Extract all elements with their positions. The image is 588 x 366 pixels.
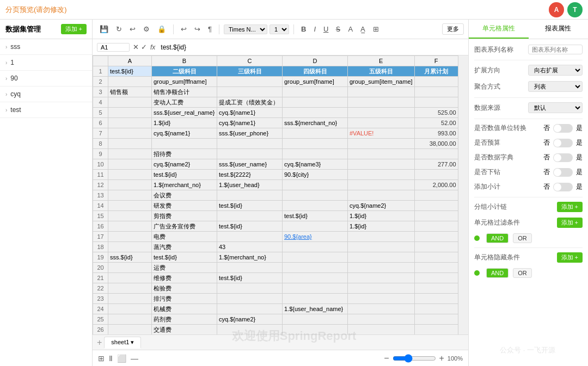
grid-cell[interactable]: 机械费 — [152, 304, 217, 314]
grid-cell[interactable] — [217, 294, 283, 304]
grid-cell[interactable] — [348, 87, 415, 97]
grid-cell[interactable]: 二级科目 — [152, 66, 217, 77]
grid-cell[interactable]: test.${id} — [217, 273, 283, 283]
grid-cell[interactable] — [283, 108, 348, 118]
grid-cell[interactable] — [348, 108, 415, 118]
subtotal-switch[interactable] — [553, 183, 573, 191]
grid-cell[interactable]: group_sum[fname] — [283, 77, 348, 87]
grid-cell[interactable]: 1.${merchant_no} — [217, 252, 283, 263]
grid-cell[interactable] — [108, 159, 152, 170]
budget-switch[interactable] — [553, 139, 573, 147]
grid-cell[interactable]: cyq.${name2} — [348, 201, 415, 211]
data-source-select[interactable]: 默认 — [528, 102, 583, 113]
grid-cell[interactable]: test.${id} — [283, 211, 348, 221]
grid-cell[interactable] — [283, 325, 348, 335]
grid-cell[interactable] — [348, 283, 415, 294]
col-header-c[interactable]: C — [217, 56, 283, 66]
grid-cell[interactable]: cyq.${name1} — [217, 118, 283, 128]
sidebar-item-test[interactable]: › test — [0, 102, 92, 118]
grid-cell[interactable] — [414, 314, 458, 325]
sidebar-item-1[interactable]: › 1 — [0, 55, 92, 71]
avatar-t[interactable]: T — [567, 2, 583, 17]
grid-cell[interactable] — [283, 139, 348, 149]
grid-cell[interactable] — [108, 77, 152, 87]
grid-cell[interactable] — [414, 263, 458, 273]
grid-cell[interactable] — [348, 118, 415, 128]
cell-ref-input[interactable] — [97, 43, 130, 52]
grid-cell[interactable]: 1.${id} — [348, 221, 415, 232]
grid-cell[interactable]: 排污费 — [152, 294, 217, 304]
avatar-a[interactable]: A — [549, 2, 564, 17]
grid-cell[interactable] — [414, 170, 458, 180]
tab-report-properties[interactable]: 报表属性 — [529, 20, 589, 39]
grid-cell[interactable] — [108, 263, 152, 273]
grid-cell[interactable]: 1.${id} — [348, 211, 415, 221]
grid-cell[interactable] — [283, 201, 348, 211]
grid-cell[interactable] — [283, 87, 348, 97]
col-header-b[interactable]: B — [152, 56, 217, 66]
grid-cell[interactable]: 52.00 — [414, 118, 458, 128]
grid-cell[interactable]: 90.${area} — [283, 232, 348, 242]
expand-dir-select[interactable]: 向右扩展 — [528, 65, 583, 76]
grid-cell[interactable] — [414, 190, 458, 201]
grid-cell[interactable]: group_sum[fffname] — [152, 77, 217, 87]
cell-filter-or-button[interactable]: OR — [513, 233, 532, 243]
grid-cell[interactable] — [283, 263, 348, 273]
grid-cell[interactable]: 运费 — [152, 263, 217, 273]
grid-cell[interactable]: 交通费 — [152, 325, 217, 335]
grid-cell[interactable] — [414, 325, 458, 335]
redo-button[interactable]: ↪ — [192, 23, 203, 35]
grid-cell[interactable]: 药剂费 — [152, 314, 217, 325]
grid-cell[interactable] — [108, 304, 152, 314]
grid-cell[interactable] — [108, 314, 152, 325]
grid-cell[interactable]: 广告业务宣传费 — [152, 221, 217, 232]
grid-cell[interactable] — [414, 87, 458, 97]
grid-cell[interactable]: cyq.${name2} — [152, 159, 217, 170]
grid-cell[interactable]: 1.${user_head_name} — [283, 304, 348, 314]
grid-cell[interactable] — [108, 232, 152, 242]
col-header-a[interactable]: A — [108, 56, 152, 66]
grid-cell[interactable] — [108, 139, 152, 149]
cell-hide-or-button[interactable]: OR — [513, 268, 532, 278]
grid-cell[interactable]: 蒸汽费 — [152, 242, 217, 252]
grid-cell[interactable]: 维修费 — [152, 273, 217, 283]
tab-cell-properties[interactable]: 单元格属性 — [469, 20, 529, 39]
grid-cell[interactable] — [348, 314, 415, 325]
zoom-in-button[interactable]: + — [439, 353, 444, 363]
grid-cell[interactable]: 电费 — [152, 232, 217, 242]
grid-cell[interactable] — [108, 201, 152, 211]
grid-cell[interactable]: sss.${user_phone} — [217, 128, 283, 139]
grid-cell[interactable]: test.${id} — [217, 221, 283, 232]
bold-button[interactable]: B — [298, 23, 309, 35]
grid-cell[interactable] — [108, 180, 152, 190]
font-color-button[interactable]: A — [345, 23, 356, 35]
grid-cell[interactable] — [414, 283, 458, 294]
grid-cell[interactable] — [283, 190, 348, 201]
grid-cell[interactable]: test.${id} — [152, 252, 217, 263]
grid-cell[interactable]: 2,000.00 — [414, 180, 458, 190]
page-title[interactable]: 分页预览(请勿修改) — [5, 5, 67, 15]
grid-cell[interactable] — [414, 97, 458, 108]
grid-cell[interactable] — [283, 273, 348, 283]
highlight-button[interactable]: A̲ — [358, 23, 368, 35]
grid-cell[interactable] — [414, 211, 458, 221]
grid-cell[interactable] — [108, 221, 152, 232]
more-button[interactable]: 更多 — [442, 23, 464, 35]
undo2-button[interactable]: ↩ — [178, 23, 189, 35]
grid-cell[interactable]: group_sum[item_name] — [348, 77, 415, 87]
cell-filter-add-button[interactable]: 添加 + — [557, 218, 583, 228]
grid-cell[interactable] — [414, 201, 458, 211]
save-button[interactable]: 💾 — [97, 23, 111, 35]
grid-cell[interactable] — [348, 190, 415, 201]
grid-cell[interactable]: 38,000.00 — [414, 139, 458, 149]
grid-cell[interactable]: 提成工资（绩效奖金） — [217, 97, 283, 108]
grid-cell[interactable]: 525.00 — [414, 108, 458, 118]
grid-cell[interactable]: sss.${merchant_no} — [283, 118, 348, 128]
grid-cell[interactable] — [217, 190, 283, 201]
sidebar-item-sss[interactable]: › sss — [0, 39, 92, 55]
grid-cell[interactable] — [217, 304, 283, 314]
cell-filter-and-button[interactable]: AND — [486, 233, 509, 243]
grid-cell[interactable]: 招待费 — [152, 149, 217, 159]
settings-button[interactable]: ⚙ — [140, 23, 152, 35]
grid-cell[interactable]: 1.${user_head} — [217, 180, 283, 190]
